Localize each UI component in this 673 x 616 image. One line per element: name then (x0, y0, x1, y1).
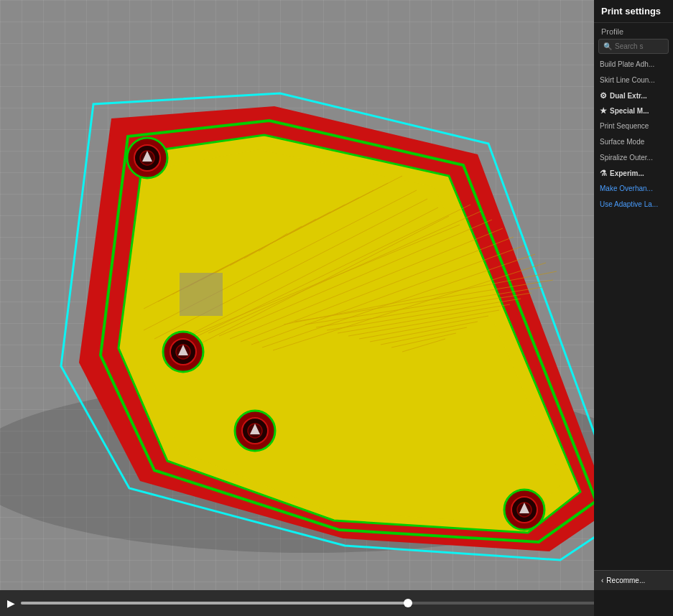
viewport[interactable]: ENDER (0, 0, 673, 616)
panel-item-label-adaptive-lay: Use Adaptive La... (600, 200, 658, 208)
panel-item-label-skirt-line: Skirt Line Coun... (600, 76, 655, 84)
section-label-special-m: Special M... (610, 107, 649, 115)
panel-item-label-spiralize: Spiralize Outer... (600, 154, 653, 162)
progress-track[interactable] (21, 602, 666, 605)
play-button[interactable]: ▶ (7, 597, 15, 609)
panel-header-special-m[interactable]: ★Special M... (594, 103, 673, 118)
panel-item-label-make-overhan: Make Overhan... (600, 185, 653, 192)
section-label-experimental: Experim... (610, 169, 644, 177)
panel-header-dual-extr[interactable]: ⚙Dual Extr... (594, 88, 673, 103)
panel-item-spiralize[interactable]: Spiralize Outer... (594, 150, 673, 166)
panel-items: Build Plate Adh...Skirt Line Coun...⚙Dua… (594, 57, 673, 213)
svg-marker-57 (180, 273, 223, 316)
recommend-label: Recomme... (606, 577, 645, 584)
bottom-toolbar: ▶ (0, 590, 673, 616)
panel-item-surface-mode[interactable]: Surface Mode (594, 134, 673, 150)
panel-item-skirt-line[interactable]: Skirt Line Coun... (594, 73, 673, 88)
profile-label: Profile (594, 23, 673, 39)
chevron-left-icon: ‹ (601, 577, 603, 584)
panel-title: Print settings (594, 0, 673, 23)
search-box-container[interactable]: 🔍 (598, 39, 669, 54)
section-icon-dual-extr: ⚙ (600, 91, 607, 101)
section-label-dual-extr: Dual Extr... (610, 92, 647, 100)
progress-thumb[interactable] (404, 599, 412, 607)
section-icon-experimental: ⚗ (600, 169, 607, 178)
right-panel: Print settings Profile 🔍 Build Plate Adh… (594, 0, 673, 616)
panel-item-build-plate[interactable]: Build Plate Adh... (594, 57, 673, 73)
progress-fill (21, 602, 408, 605)
search-input[interactable] (615, 42, 665, 50)
panel-item-label-build-plate: Build Plate Adh... (600, 60, 654, 68)
panel-item-adaptive-lay[interactable]: Use Adaptive La... (594, 197, 673, 213)
section-icon-special-m: ★ (600, 106, 607, 116)
panel-item-make-overhan[interactable]: Make Overhan... (594, 181, 673, 197)
recommend-button[interactable]: ‹ Recomme... (594, 570, 673, 590)
panel-item-label-print-sequence: Print Sequence (600, 122, 649, 130)
panel-item-print-sequence[interactable]: Print Sequence (594, 118, 673, 134)
panel-item-label-surface-mode: Surface Mode (600, 138, 644, 146)
panel-header-experimental[interactable]: ⚗Experim... (594, 166, 673, 181)
search-icon: 🔍 (603, 42, 612, 50)
